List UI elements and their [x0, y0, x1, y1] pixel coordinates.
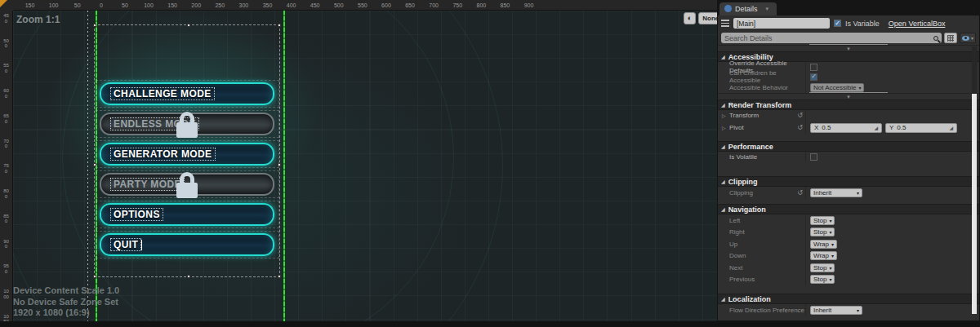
- is-variable-label: Is Variable: [845, 20, 880, 28]
- expanded-icon: ◢: [721, 179, 725, 184]
- nav-previous-value: Stop: [813, 276, 826, 283]
- expanded-icon: ◢: [721, 102, 725, 108]
- chevron-down-icon: ▾: [858, 85, 861, 91]
- expanded-icon: ◢: [721, 54, 725, 60]
- resize-handle[interactable]: [93, 24, 96, 27]
- pivot-x-axis-label: X: [814, 124, 818, 131]
- expanded-icon: ◢: [721, 144, 725, 149]
- property-flow-direction: Flow Direction Preference Inherit▾: [718, 304, 979, 316]
- property-nav-next: Next Stop▾: [718, 262, 979, 274]
- resize-handle[interactable]: [278, 275, 281, 278]
- scrollbar-thumb[interactable]: [972, 94, 977, 314]
- expanded-icon: ◢: [721, 206, 725, 212]
- reset-to-default-icon[interactable]: ↺: [797, 189, 803, 197]
- details-tabbar: Details ▾: [718, 1, 979, 15]
- property-can-children-be-accessible: Can Children be Accessible ✓: [718, 72, 979, 82]
- reset-to-default-icon[interactable]: ↺: [797, 124, 803, 131]
- section-performance[interactable]: ◢ Performance: [718, 141, 979, 152]
- chevron-down-icon: ▾: [829, 265, 831, 271]
- property-label: Transform: [729, 112, 759, 119]
- section-navigation[interactable]: ◢ Navigation: [718, 204, 979, 214]
- widget-name-input[interactable]: [Main]: [733, 18, 830, 29]
- quit-label: QUIT: [111, 239, 140, 250]
- pivot-y-input[interactable]: Y0.5◢: [885, 123, 957, 133]
- pivot-x-value: 0.5: [822, 124, 831, 131]
- pivot-x-input[interactable]: X0.5◢: [810, 123, 882, 133]
- view-options-button[interactable]: ▾: [960, 33, 976, 43]
- ruler-corner: [0, 0, 13, 11]
- eye-icon: [962, 36, 969, 41]
- pivot-y-value: 0.5: [897, 124, 906, 131]
- details-search-placeholder: Search Details: [724, 34, 773, 42]
- section-render-transform[interactable]: ◢ Render Transform: [718, 99, 979, 110]
- can-children-be-accessible-checkbox[interactable]: ✓: [810, 73, 817, 81]
- property-label: Left: [729, 217, 740, 224]
- chevron-down-icon: ▾: [831, 241, 834, 247]
- details-scrollbar[interactable]: [972, 46, 977, 314]
- property-nav-right: Right Stop▾: [718, 227, 979, 239]
- nav-next-dropdown[interactable]: Stop▾: [810, 263, 835, 272]
- designer-canvas[interactable]: 1501005005010015020025030035040045050055…: [0, 0, 529, 321]
- chevron-right-icon[interactable]: ▷: [722, 125, 727, 130]
- text-cursor: [141, 240, 142, 250]
- list-icon: [721, 20, 729, 27]
- nav-previous-dropdown[interactable]: Stop▾: [810, 275, 835, 284]
- property-label: Accessible Behavior: [729, 84, 788, 91]
- resize-handle[interactable]: [278, 24, 281, 27]
- accessible-behavior-dropdown[interactable]: Not Accessible▾: [810, 83, 864, 92]
- resize-handle[interactable]: [187, 275, 190, 278]
- property-nav-previous: Previous Stop▾: [718, 274, 979, 286]
- options-button[interactable]: OPTIONS: [100, 203, 274, 226]
- is-variable-checkbox[interactable]: ✓: [834, 20, 841, 27]
- nav-down-dropdown[interactable]: Wrap▾: [810, 251, 837, 260]
- property-label: Clipping: [729, 189, 753, 197]
- zoom-level-label: Zoom 1:1: [16, 14, 60, 25]
- section-localization[interactable]: ◢ Localization: [718, 294, 979, 304]
- section-title: Localization: [728, 295, 771, 303]
- grid-icon: [947, 35, 954, 42]
- property-matrix-button[interactable]: [944, 33, 957, 43]
- chevron-down-icon: ▾: [829, 229, 831, 235]
- clipping-dropdown[interactable]: Inherit▾: [810, 188, 862, 197]
- is-volatile-checkbox[interactable]: [810, 153, 817, 161]
- chevron-right-icon[interactable]: ▷: [722, 113, 727, 118]
- endless-mode-button[interactable]: ENDLESS MODE: [100, 113, 274, 135]
- generator-mode-button[interactable]: GENERATOR MODE: [100, 143, 274, 166]
- chevron-down-icon: ▾: [857, 307, 859, 313]
- pivot-y-axis-label: Y: [889, 124, 893, 131]
- property-accessible-behavior: Accessible Behavior Not Accessible▾: [718, 82, 979, 93]
- advanced-expander[interactable]: ▼: [718, 93, 979, 99]
- details-tab[interactable]: Details ▾: [719, 2, 777, 15]
- drag-handle-icon[interactable]: ◢: [874, 125, 878, 130]
- details-search-input[interactable]: Search Details: [721, 33, 942, 43]
- reset-to-default-icon[interactable]: ↺: [797, 112, 803, 119]
- challenge-mode-button[interactable]: CHALLENGE MODE: [100, 82, 274, 105]
- flow-direction-value: Inherit: [813, 307, 831, 314]
- nav-down-value: Wrap: [813, 252, 829, 259]
- quit-button[interactable]: QUIT: [100, 233, 274, 256]
- override-accessible-defaults-checkbox[interactable]: [810, 64, 817, 71]
- section-clipping[interactable]: ◢ Clipping: [718, 176, 979, 187]
- party-mode-button[interactable]: PARTY MODE: [100, 173, 274, 196]
- property-clipping: Clipping↺ Inherit▾: [718, 187, 979, 199]
- details-icon: [724, 5, 732, 12]
- nav-up-value: Wrap: [813, 241, 829, 248]
- nav-left-dropdown[interactable]: Stop▾: [810, 216, 835, 225]
- resize-handle[interactable]: [187, 24, 190, 27]
- section-title: Clipping: [728, 178, 758, 186]
- advanced-expander[interactable]: ▼: [718, 45, 979, 51]
- property-nav-left: Left Stop▾: [718, 214, 979, 227]
- open-verticalbox-link[interactable]: Open VerticalBox: [889, 20, 946, 28]
- resize-handle[interactable]: [93, 275, 96, 278]
- chevron-down-icon[interactable]: ▾: [766, 6, 769, 12]
- zero-guide-line: [87, 11, 88, 321]
- nav-right-dropdown[interactable]: Stop▾: [810, 228, 835, 236]
- safe-zone-guide-right: [283, 11, 285, 321]
- nav-up-dropdown[interactable]: Wrap▾: [810, 240, 837, 249]
- property-label: Right: [729, 228, 745, 236]
- widget-name-row: [Main] ✓ Is Variable Open VerticalBox: [718, 15, 979, 31]
- property-label: Previous: [729, 276, 755, 283]
- drag-handle-icon[interactable]: ◢: [949, 125, 953, 130]
- property-is-volatile: Is Volatile: [718, 152, 979, 161]
- flow-direction-preference-dropdown[interactable]: Inherit▾: [810, 306, 862, 315]
